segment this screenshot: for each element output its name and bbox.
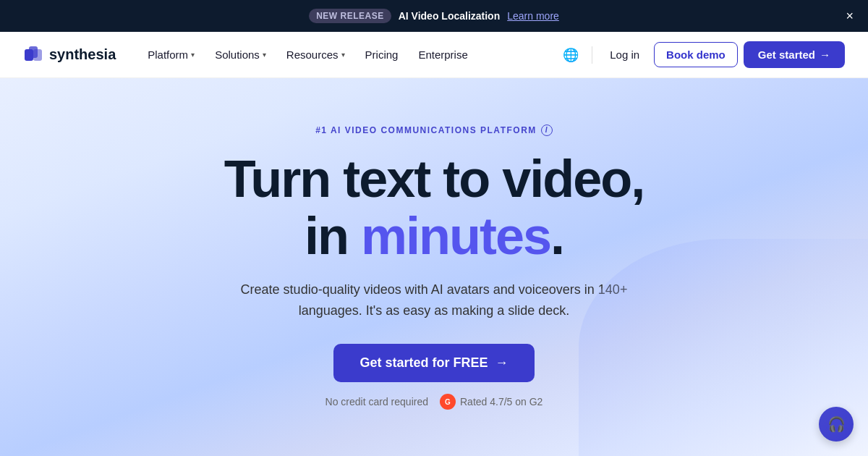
cta-label: Get started for FREE bbox=[359, 355, 488, 371]
nav-links: Platform ▾ Solutions ▾ Resources ▾ Prici… bbox=[139, 43, 558, 67]
info-icon[interactable]: i bbox=[541, 124, 553, 136]
hero-heading-line2: in minutes. bbox=[305, 208, 563, 265]
solutions-chevron-icon: ▾ bbox=[263, 51, 266, 59]
login-button[interactable]: Log in bbox=[601, 43, 648, 67]
cta-arrow-icon: → bbox=[495, 355, 509, 371]
hero-in-text: in bbox=[305, 207, 361, 265]
nav-resources-label: Resources bbox=[286, 48, 339, 61]
resources-chevron-icon: ▾ bbox=[341, 51, 345, 59]
get-started-nav-button[interactable]: Get started → bbox=[744, 41, 845, 68]
language-button[interactable]: 🌐 bbox=[558, 43, 583, 67]
platform-badge: #1 AI VIDEO COMMUNICATIONS PLATFORM i bbox=[315, 124, 553, 136]
announcement-text: AI Video Localization bbox=[399, 10, 501, 22]
cta-get-started-button[interactable]: Get started for FREE → bbox=[333, 344, 534, 382]
hero-section: #1 AI VIDEO COMMUNICATIONS PLATFORM i Tu… bbox=[0, 78, 868, 456]
learn-more-link[interactable]: Learn more bbox=[507, 10, 559, 22]
platform-badge-text: #1 AI VIDEO COMMUNICATIONS PLATFORM bbox=[315, 125, 537, 135]
globe-icon: 🌐 bbox=[563, 47, 579, 63]
svg-rect-2 bbox=[29, 46, 38, 58]
g2-badge: G Rated 4.7/5 on G2 bbox=[440, 394, 542, 410]
get-started-nav-arrow: → bbox=[820, 48, 830, 61]
navbar: synthesia Platform ▾ Solutions ▾ Resourc… bbox=[0, 32, 868, 78]
nav-divider bbox=[592, 46, 592, 64]
hero-subtext: Create studio-quality videos with AI ava… bbox=[231, 279, 637, 321]
logo-text: synthesia bbox=[49, 46, 116, 63]
g2-rating-text: Rated 4.7/5 on G2 bbox=[460, 396, 542, 408]
no-credit-card-text: No credit card required bbox=[326, 396, 428, 408]
announcement-close-button[interactable]: × bbox=[846, 9, 854, 24]
hero-heading-line1: Turn text to video, bbox=[224, 151, 644, 208]
platform-chevron-icon: ▾ bbox=[191, 51, 195, 59]
social-proof: No credit card required G Rated 4.7/5 on… bbox=[326, 394, 543, 410]
nav-item-resources[interactable]: Resources ▾ bbox=[278, 43, 354, 67]
hero-minutes-text: minutes bbox=[361, 207, 550, 265]
nav-item-enterprise[interactable]: Enterprise bbox=[409, 43, 476, 67]
nav-right: 🌐 Log in Book demo Get started → bbox=[558, 41, 845, 68]
hero-period-text: . bbox=[550, 207, 563, 265]
support-chat-button[interactable]: 🎧 bbox=[819, 407, 854, 442]
synthesia-logo-icon bbox=[23, 45, 43, 65]
logo-link[interactable]: synthesia bbox=[23, 45, 116, 65]
book-demo-button[interactable]: Book demo bbox=[654, 42, 738, 67]
nav-enterprise-label: Enterprise bbox=[418, 48, 467, 61]
nav-solutions-label: Solutions bbox=[215, 48, 260, 61]
nav-item-platform[interactable]: Platform ▾ bbox=[139, 43, 203, 67]
nav-item-pricing[interactable]: Pricing bbox=[357, 43, 407, 67]
nav-platform-label: Platform bbox=[148, 48, 188, 61]
g2-logo-icon: G bbox=[440, 394, 456, 410]
announcement-bar: NEW RELEASE AI Video Localization Learn … bbox=[0, 0, 868, 32]
nav-pricing-label: Pricing bbox=[365, 48, 399, 61]
new-release-badge: NEW RELEASE bbox=[309, 9, 391, 23]
get-started-nav-label: Get started bbox=[758, 48, 815, 61]
nav-item-solutions[interactable]: Solutions ▾ bbox=[206, 43, 275, 67]
headphones-icon: 🎧 bbox=[827, 415, 846, 433]
